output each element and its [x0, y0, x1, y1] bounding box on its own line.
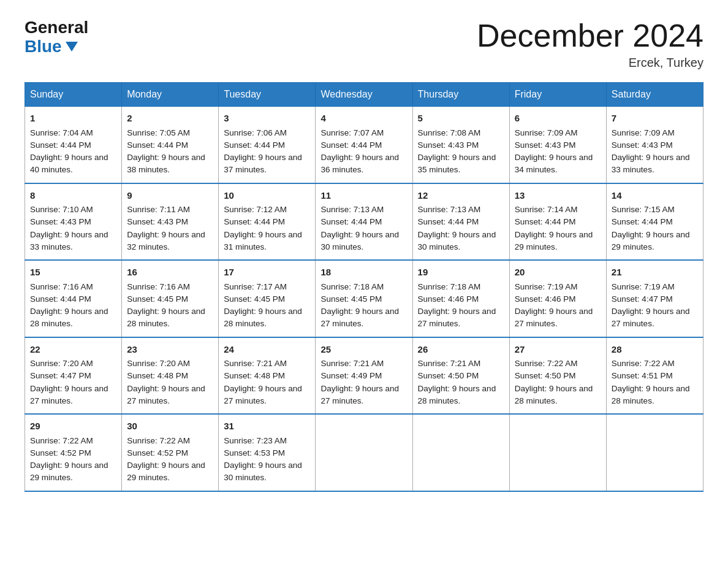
day-number: 8	[30, 189, 116, 203]
day-number: 15	[30, 266, 116, 280]
calendar-cell: 25Sunrise: 7:21 AMSunset: 4:49 PMDayligh…	[316, 337, 412, 415]
daylight-text: Daylight: 9 hours and 29 minutes.	[612, 229, 698, 254]
calendar-cell: 10Sunrise: 7:12 AMSunset: 4:44 PMDayligh…	[219, 183, 316, 261]
day-number: 18	[320, 266, 407, 280]
header-wednesday: Wednesday	[316, 83, 412, 107]
logo-triangle-icon	[66, 42, 78, 52]
sunset-text: Sunset: 4:44 PM	[418, 216, 504, 228]
day-number: 31	[224, 419, 310, 434]
day-number: 24	[224, 343, 310, 357]
week-row-1: 1Sunrise: 7:04 AMSunset: 4:44 PMDaylight…	[25, 107, 703, 183]
sunrise-text: Sunrise: 7:07 AM	[320, 127, 407, 139]
day-number: 17	[224, 266, 310, 280]
daylight-text: Daylight: 9 hours and 29 minutes.	[127, 459, 213, 484]
header-friday: Friday	[509, 83, 606, 107]
day-number: 12	[418, 189, 504, 203]
daylight-text: Daylight: 9 hours and 27 minutes.	[320, 383, 407, 408]
sunset-text: Sunset: 4:43 PM	[612, 139, 698, 151]
sunrise-text: Sunrise: 7:05 AM	[127, 127, 213, 139]
sunset-text: Sunset: 4:43 PM	[127, 216, 213, 228]
sunset-text: Sunset: 4:48 PM	[127, 370, 213, 382]
sunrise-text: Sunrise: 7:10 AM	[30, 204, 116, 216]
day-number: 9	[127, 189, 213, 203]
sunrise-text: Sunrise: 7:13 AM	[418, 204, 504, 216]
daylight-text: Daylight: 9 hours and 30 minutes.	[418, 229, 504, 254]
day-number: 21	[612, 266, 698, 280]
sunrise-text: Sunrise: 7:22 AM	[612, 358, 698, 370]
calendar-cell: 1Sunrise: 7:04 AMSunset: 4:44 PMDaylight…	[25, 107, 122, 183]
sunrise-text: Sunrise: 7:22 AM	[127, 435, 213, 447]
day-number: 13	[515, 189, 601, 203]
sunset-text: Sunset: 4:45 PM	[127, 293, 213, 305]
sunset-text: Sunset: 4:44 PM	[320, 139, 407, 151]
calendar-cell: 22Sunrise: 7:20 AMSunset: 4:47 PMDayligh…	[25, 337, 122, 415]
sunrise-text: Sunrise: 7:04 AM	[30, 127, 116, 139]
sunrise-text: Sunrise: 7:11 AM	[127, 204, 213, 216]
sunset-text: Sunset: 4:43 PM	[515, 139, 601, 151]
header-sunday: Sunday	[25, 83, 122, 107]
logo-blue-text: Blue	[25, 37, 88, 56]
sunrise-text: Sunrise: 7:22 AM	[30, 435, 116, 447]
sunset-text: Sunset: 4:44 PM	[224, 216, 310, 228]
day-number: 5	[418, 112, 504, 126]
sunset-text: Sunset: 4:50 PM	[515, 370, 601, 382]
sunset-text: Sunset: 4:44 PM	[224, 139, 310, 151]
daylight-text: Daylight: 9 hours and 28 minutes.	[224, 305, 310, 331]
calendar-table: SundayMondayTuesdayWednesdayThursdayFrid…	[25, 82, 703, 492]
sunrise-text: Sunrise: 7:19 AM	[515, 281, 601, 293]
daylight-text: Daylight: 9 hours and 36 minutes.	[320, 151, 407, 177]
day-number: 29	[30, 419, 116, 434]
calendar-cell: 2Sunrise: 7:05 AMSunset: 4:44 PMDaylight…	[122, 107, 219, 183]
calendar-cell: 28Sunrise: 7:22 AMSunset: 4:51 PMDayligh…	[606, 337, 703, 415]
sunset-text: Sunset: 4:46 PM	[418, 293, 504, 305]
sunset-text: Sunset: 4:47 PM	[612, 293, 698, 305]
daylight-text: Daylight: 9 hours and 27 minutes.	[320, 305, 407, 331]
day-number: 22	[30, 343, 116, 357]
daylight-text: Daylight: 9 hours and 28 minutes.	[30, 305, 116, 331]
sunrise-text: Sunrise: 7:13 AM	[320, 204, 407, 216]
calendar-cell: 26Sunrise: 7:21 AMSunset: 4:50 PMDayligh…	[412, 337, 509, 415]
daylight-text: Daylight: 9 hours and 29 minutes.	[515, 229, 601, 254]
calendar-cell: 11Sunrise: 7:13 AMSunset: 4:44 PMDayligh…	[316, 183, 412, 261]
day-number: 19	[418, 266, 504, 280]
calendar-cell: 9Sunrise: 7:11 AMSunset: 4:43 PMDaylight…	[122, 183, 219, 261]
calendar-cell: 18Sunrise: 7:18 AMSunset: 4:45 PMDayligh…	[316, 260, 412, 337]
daylight-text: Daylight: 9 hours and 27 minutes.	[515, 305, 601, 331]
daylight-text: Daylight: 9 hours and 29 minutes.	[30, 459, 116, 484]
day-number: 27	[515, 343, 601, 357]
calendar-cell	[412, 414, 509, 491]
daylight-text: Daylight: 9 hours and 27 minutes.	[127, 383, 213, 408]
sunset-text: Sunset: 4:51 PM	[612, 370, 698, 382]
sunrise-text: Sunrise: 7:09 AM	[515, 127, 601, 139]
day-number: 3	[224, 112, 310, 126]
calendar-cell: 5Sunrise: 7:08 AMSunset: 4:43 PMDaylight…	[412, 107, 509, 183]
day-number: 11	[320, 189, 407, 203]
day-number: 4	[320, 112, 407, 126]
sunrise-text: Sunrise: 7:21 AM	[320, 358, 407, 370]
day-number: 10	[224, 189, 310, 203]
daylight-text: Daylight: 9 hours and 28 minutes.	[127, 305, 213, 331]
month-title: December 2024	[477, 18, 703, 53]
sunset-text: Sunset: 4:52 PM	[127, 447, 213, 459]
calendar-cell: 27Sunrise: 7:22 AMSunset: 4:50 PMDayligh…	[509, 337, 606, 415]
day-number: 6	[515, 112, 601, 126]
sunrise-text: Sunrise: 7:20 AM	[30, 358, 116, 370]
day-number: 23	[127, 343, 213, 357]
calendar-cell: 16Sunrise: 7:16 AMSunset: 4:45 PMDayligh…	[122, 260, 219, 337]
sunset-text: Sunset: 4:43 PM	[30, 216, 116, 228]
calendar-cell: 13Sunrise: 7:14 AMSunset: 4:44 PMDayligh…	[509, 183, 606, 261]
calendar-cell	[606, 414, 703, 491]
daylight-text: Daylight: 9 hours and 30 minutes.	[320, 229, 407, 254]
sunrise-text: Sunrise: 7:21 AM	[224, 358, 310, 370]
daylight-text: Daylight: 9 hours and 37 minutes.	[224, 151, 310, 177]
week-row-3: 15Sunrise: 7:16 AMSunset: 4:44 PMDayligh…	[25, 260, 703, 337]
title-block: December 2024 Ercek, Turkey	[477, 18, 703, 70]
calendar-cell: 20Sunrise: 7:19 AMSunset: 4:46 PMDayligh…	[509, 260, 606, 337]
daylight-text: Daylight: 9 hours and 34 minutes.	[515, 151, 601, 177]
week-row-5: 29Sunrise: 7:22 AMSunset: 4:52 PMDayligh…	[25, 414, 703, 491]
sunrise-text: Sunrise: 7:22 AM	[515, 358, 601, 370]
sunrise-text: Sunrise: 7:19 AM	[612, 281, 698, 293]
calendar-cell: 7Sunrise: 7:09 AMSunset: 4:43 PMDaylight…	[606, 107, 703, 183]
day-number: 30	[127, 419, 213, 434]
calendar-cell: 15Sunrise: 7:16 AMSunset: 4:44 PMDayligh…	[25, 260, 122, 337]
